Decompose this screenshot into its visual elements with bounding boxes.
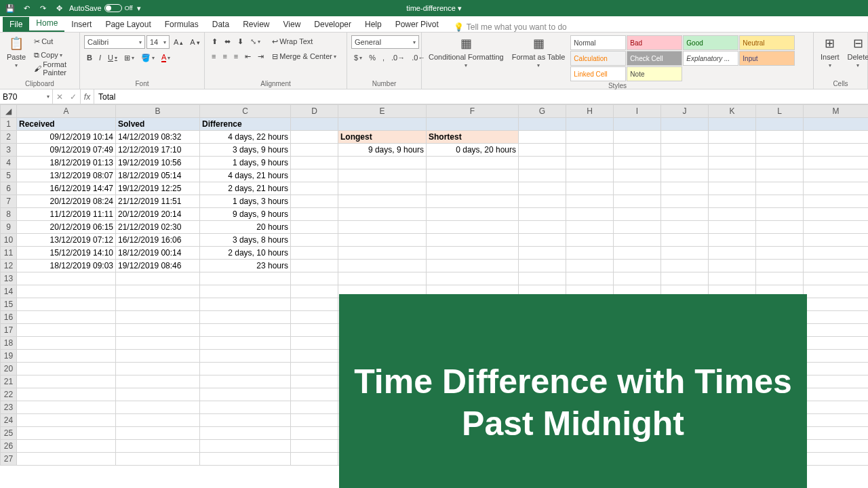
cell[interactable] bbox=[338, 234, 427, 247]
cell[interactable]: 23 hours bbox=[200, 260, 291, 272]
cell[interactable] bbox=[804, 131, 869, 144]
cell[interactable] bbox=[200, 311, 291, 324]
cell[interactable] bbox=[566, 131, 614, 144]
cell[interactable] bbox=[17, 414, 116, 427]
style-check-cell[interactable]: Check Cell bbox=[627, 51, 682, 66]
cell[interactable] bbox=[17, 324, 116, 337]
tab-formulas[interactable]: Formulas bbox=[158, 17, 205, 32]
cell[interactable] bbox=[200, 272, 291, 285]
col-header[interactable]: A bbox=[17, 105, 116, 118]
cell[interactable] bbox=[709, 208, 756, 221]
cell[interactable] bbox=[661, 157, 709, 169]
cell[interactable] bbox=[17, 401, 116, 414]
cell[interactable] bbox=[427, 208, 519, 221]
row-header[interactable]: 8 bbox=[1, 208, 17, 221]
col-header[interactable]: G bbox=[519, 105, 566, 118]
cell[interactable] bbox=[566, 272, 614, 285]
cell[interactable] bbox=[519, 234, 566, 247]
cell[interactable]: 2 days, 10 hours bbox=[200, 247, 291, 260]
cell[interactable] bbox=[291, 427, 338, 440]
cell[interactable] bbox=[116, 440, 200, 453]
cell[interactable] bbox=[804, 260, 869, 272]
cell[interactable] bbox=[427, 221, 519, 234]
row-header[interactable]: 9 bbox=[1, 221, 17, 234]
number-format-combo[interactable]: General▾ bbox=[351, 35, 419, 49]
cell-longest-label[interactable]: Longest bbox=[338, 131, 427, 144]
align-middle-icon[interactable]: ⬌ bbox=[222, 35, 233, 47]
cell[interactable] bbox=[804, 324, 869, 337]
cell[interactable] bbox=[427, 195, 519, 208]
cell[interactable]: 2 days, 21 hours bbox=[200, 182, 291, 195]
col-header[interactable]: L bbox=[756, 105, 804, 118]
cell[interactable]: 20/12/2019 06:15 bbox=[17, 221, 116, 234]
cell-styles-gallery[interactable]: Normal Bad Good Neutral Calculation Chec… bbox=[570, 35, 795, 81]
cell[interactable] bbox=[291, 208, 338, 221]
increase-font-icon[interactable]: A▴ bbox=[171, 36, 186, 48]
cell[interactable] bbox=[116, 337, 200, 350]
undo-icon[interactable]: ↶ bbox=[20, 2, 33, 14]
cell[interactable] bbox=[291, 414, 338, 427]
col-header[interactable]: B bbox=[116, 105, 200, 118]
cell[interactable] bbox=[756, 118, 804, 131]
row-header[interactable]: 25 bbox=[1, 427, 17, 440]
cell[interactable]: 18/12/2019 05:14 bbox=[116, 169, 200, 182]
cell[interactable]: 21/12/2019 11:51 bbox=[116, 195, 200, 208]
cell[interactable] bbox=[116, 285, 200, 298]
cell[interactable] bbox=[291, 144, 338, 157]
cancel-formula-icon[interactable]: ✕ bbox=[53, 92, 66, 102]
cell[interactable] bbox=[566, 195, 614, 208]
cell[interactable] bbox=[17, 285, 116, 298]
col-header[interactable]: K bbox=[709, 105, 756, 118]
cell[interactable]: 13/12/2019 07:12 bbox=[17, 234, 116, 247]
cell[interactable] bbox=[427, 260, 519, 272]
align-center-icon[interactable]: ≡ bbox=[220, 50, 229, 62]
cell[interactable] bbox=[614, 131, 661, 144]
cell[interactable] bbox=[427, 157, 519, 169]
bold-button[interactable]: B bbox=[84, 52, 95, 64]
cell[interactable]: 15/12/2019 14:10 bbox=[17, 247, 116, 260]
cell[interactable] bbox=[756, 260, 804, 272]
cell[interactable] bbox=[338, 169, 427, 182]
cell[interactable] bbox=[804, 169, 869, 182]
cell[interactable] bbox=[116, 401, 200, 414]
cell[interactable] bbox=[291, 363, 338, 375]
row-header[interactable]: 18 bbox=[1, 337, 17, 350]
cell[interactable] bbox=[291, 401, 338, 414]
cell[interactable] bbox=[804, 350, 869, 363]
row-header[interactable]: 2 bbox=[1, 131, 17, 144]
cell[interactable]: 16/12/2019 16:06 bbox=[116, 234, 200, 247]
cell[interactable] bbox=[200, 453, 291, 466]
align-top-icon[interactable]: ⬆ bbox=[209, 35, 220, 47]
cell[interactable] bbox=[200, 337, 291, 350]
decrease-font-icon[interactable]: A▾ bbox=[187, 36, 202, 48]
cell[interactable] bbox=[566, 144, 614, 157]
col-header[interactable]: D bbox=[291, 105, 338, 118]
cell[interactable] bbox=[756, 182, 804, 195]
enter-formula-icon[interactable]: ✓ bbox=[66, 92, 80, 102]
cell[interactable] bbox=[614, 169, 661, 182]
tab-home[interactable]: Home bbox=[29, 16, 64, 32]
cell[interactable] bbox=[338, 260, 427, 272]
cell[interactable] bbox=[804, 375, 869, 388]
cell[interactable] bbox=[427, 234, 519, 247]
cell[interactable] bbox=[709, 131, 756, 144]
cell[interactable] bbox=[200, 427, 291, 440]
font-color-button[interactable]: A▾ bbox=[159, 52, 173, 64]
cell[interactable] bbox=[756, 169, 804, 182]
cell[interactable] bbox=[338, 247, 427, 260]
align-right-icon[interactable]: ≡ bbox=[231, 50, 241, 62]
cell[interactable] bbox=[338, 208, 427, 221]
tab-developer[interactable]: Developer bbox=[307, 17, 358, 32]
style-bad[interactable]: Bad bbox=[627, 35, 682, 50]
cell[interactable] bbox=[338, 221, 427, 234]
cell[interactable] bbox=[200, 285, 291, 298]
cell[interactable] bbox=[709, 169, 756, 182]
insert-cells-button[interactable]: ⊞Insert▾ bbox=[818, 35, 842, 68]
cell[interactable] bbox=[116, 363, 200, 375]
cell[interactable] bbox=[566, 221, 614, 234]
tab-help[interactable]: Help bbox=[358, 17, 389, 32]
cell[interactable] bbox=[709, 234, 756, 247]
cell[interactable] bbox=[709, 144, 756, 157]
cell[interactable] bbox=[291, 337, 338, 350]
cell[interactable] bbox=[116, 427, 200, 440]
